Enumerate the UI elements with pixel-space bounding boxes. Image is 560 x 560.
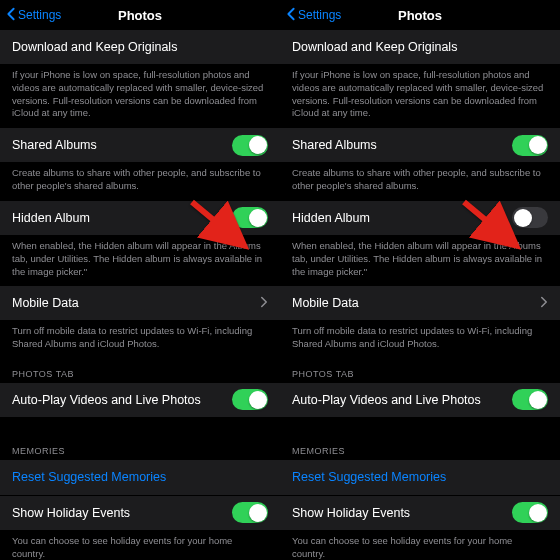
toggle-knob: [529, 504, 547, 522]
row-download-originals[interactable]: Download and Keep Originals: [280, 30, 560, 65]
row-label: Mobile Data: [292, 296, 359, 310]
nav-header: Settings Photos: [280, 0, 560, 30]
desc-shared: Create albums to share with other people…: [280, 163, 560, 201]
row-label: Hidden Album: [12, 211, 90, 225]
phone-left: Settings Photos Download and Keep Origin…: [0, 0, 280, 560]
row-mobile-data[interactable]: Mobile Data: [280, 286, 560, 321]
row-label: Shared Albums: [12, 138, 97, 152]
page-title: Photos: [118, 8, 162, 23]
back-label: Settings: [18, 8, 61, 22]
row-label: Download and Keep Originals: [12, 40, 177, 54]
toggle-hidden-album[interactable]: [512, 207, 548, 228]
row-holiday-events[interactable]: Show Holiday Events: [280, 496, 560, 531]
desc-hidden: When enabled, the Hidden album will appe…: [0, 236, 280, 286]
row-label: Hidden Album: [292, 211, 370, 225]
toggle-knob: [249, 391, 267, 409]
row-label: Auto-Play Videos and Live Photos: [292, 393, 481, 407]
phone-right: Settings Photos Download and Keep Origin…: [280, 0, 560, 560]
desc-download: If your iPhone is low on space, full-res…: [280, 65, 560, 128]
row-label: Show Holiday Events: [292, 506, 410, 520]
toggle-shared-albums[interactable]: [512, 135, 548, 156]
row-hidden-album[interactable]: Hidden Album: [280, 201, 560, 236]
toggle-holiday-events[interactable]: [232, 502, 268, 523]
row-label: Auto-Play Videos and Live Photos: [12, 393, 201, 407]
toggle-knob: [529, 391, 547, 409]
section-photos-tab: PHOTOS TAB: [280, 359, 560, 383]
section-memories: MEMORIES: [280, 436, 560, 460]
row-label: Reset Suggested Memories: [12, 470, 166, 484]
row-label: Mobile Data: [12, 296, 79, 310]
toggle-knob: [249, 209, 267, 227]
desc-holiday: You can choose to see holiday events for…: [280, 531, 560, 560]
spacer: [280, 418, 560, 436]
toggle-shared-albums[interactable]: [232, 135, 268, 156]
row-holiday-events[interactable]: Show Holiday Events: [0, 496, 280, 531]
desc-hidden: When enabled, the Hidden album will appe…: [280, 236, 560, 286]
back-label: Settings: [298, 8, 341, 22]
chevron-right-icon: [260, 294, 268, 312]
chevron-left-icon: [6, 7, 16, 24]
nav-header: Settings Photos: [0, 0, 280, 30]
spacer: [0, 418, 280, 436]
row-mobile-data[interactable]: Mobile Data: [0, 286, 280, 321]
toggle-holiday-events[interactable]: [512, 502, 548, 523]
row-label: Show Holiday Events: [12, 506, 130, 520]
page-title: Photos: [398, 8, 442, 23]
chevron-right-icon: [540, 294, 548, 312]
toggle-knob: [529, 136, 547, 154]
toggle-knob: [249, 136, 267, 154]
desc-mobile: Turn off mobile data to restrict updates…: [0, 321, 280, 359]
row-shared-albums[interactable]: Shared Albums: [280, 128, 560, 163]
back-button[interactable]: Settings: [286, 7, 341, 24]
toggle-knob: [249, 504, 267, 522]
row-download-originals[interactable]: Download and Keep Originals: [0, 30, 280, 65]
back-button[interactable]: Settings: [6, 7, 61, 24]
desc-mobile: Turn off mobile data to restrict updates…: [280, 321, 560, 359]
row-shared-albums[interactable]: Shared Albums: [0, 128, 280, 163]
desc-shared: Create albums to share with other people…: [0, 163, 280, 201]
row-auto-play[interactable]: Auto-Play Videos and Live Photos: [280, 383, 560, 418]
toggle-hidden-album[interactable]: [232, 207, 268, 228]
row-reset-memories[interactable]: Reset Suggested Memories: [280, 460, 560, 495]
row-auto-play[interactable]: Auto-Play Videos and Live Photos: [0, 383, 280, 418]
toggle-knob: [514, 209, 532, 227]
toggle-auto-play[interactable]: [232, 389, 268, 410]
row-label: Reset Suggested Memories: [292, 470, 446, 484]
chevron-left-icon: [286, 7, 296, 24]
section-photos-tab: PHOTOS TAB: [0, 359, 280, 383]
desc-holiday: You can choose to see holiday events for…: [0, 531, 280, 560]
row-label: Download and Keep Originals: [292, 40, 457, 54]
desc-download: If your iPhone is low on space, full-res…: [0, 65, 280, 128]
row-hidden-album[interactable]: Hidden Album: [0, 201, 280, 236]
row-reset-memories[interactable]: Reset Suggested Memories: [0, 460, 280, 495]
row-label: Shared Albums: [292, 138, 377, 152]
toggle-auto-play[interactable]: [512, 389, 548, 410]
section-memories: MEMORIES: [0, 436, 280, 460]
